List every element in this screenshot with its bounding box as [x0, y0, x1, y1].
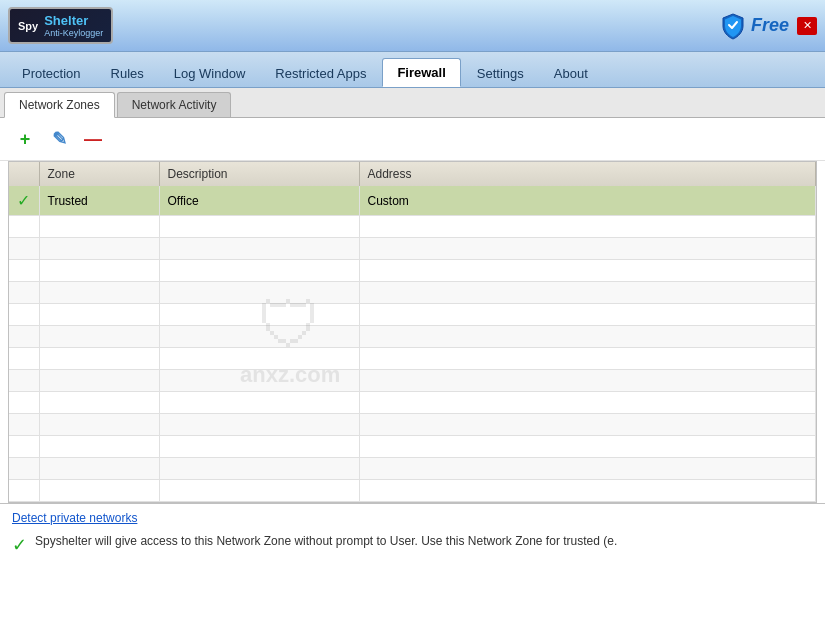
row-check-cell	[9, 326, 39, 348]
table-row[interactable]: ✓TrustedOfficeCustom	[9, 186, 816, 216]
row-check-cell	[9, 216, 39, 238]
logo-area: Spy Shelter Anti-Keylogger	[8, 7, 113, 44]
detect-private-networks-link[interactable]: Detect private networks	[12, 511, 137, 525]
row-description	[159, 216, 359, 238]
row-check-cell	[9, 480, 39, 502]
status-description: Spyshelter will give access to this Netw…	[35, 533, 617, 550]
row-description	[159, 260, 359, 282]
table-row[interactable]	[9, 436, 816, 458]
row-check-cell: ✓	[9, 186, 39, 216]
nav-about[interactable]: About	[540, 60, 602, 87]
row-zone	[39, 326, 159, 348]
row-zone	[39, 436, 159, 458]
add-button[interactable]: +	[12, 126, 38, 152]
row-zone	[39, 260, 159, 282]
table-row[interactable]	[9, 238, 816, 260]
row-description	[159, 392, 359, 414]
row-description	[159, 414, 359, 436]
row-zone	[39, 216, 159, 238]
tab-network-zones[interactable]: Network Zones	[4, 92, 115, 118]
row-address	[359, 304, 816, 326]
row-address	[359, 436, 816, 458]
row-description	[159, 370, 359, 392]
status-row: ✓ Spyshelter will give access to this Ne…	[12, 533, 813, 560]
row-zone	[39, 282, 159, 304]
row-address	[359, 370, 816, 392]
title-bar: Spy Shelter Anti-Keylogger Free	[0, 0, 825, 52]
row-address	[359, 480, 816, 502]
free-badge: Free	[721, 12, 789, 40]
row-description	[159, 436, 359, 458]
row-check-cell	[9, 348, 39, 370]
table-row[interactable]	[9, 480, 816, 502]
nav-settings[interactable]: Settings	[463, 60, 538, 87]
row-zone	[39, 304, 159, 326]
edit-button[interactable]: ✎	[46, 126, 72, 152]
row-address	[359, 326, 816, 348]
main-wrapper: Network Zones Network Activity + ✎ — 🛡 a…	[0, 88, 825, 566]
row-zone	[39, 348, 159, 370]
row-check-cell	[9, 392, 39, 414]
zones-table: Zone Description Address ✓TrustedOfficeC…	[9, 162, 816, 502]
logo-shelter: Shelter	[44, 13, 103, 28]
nav-rules[interactable]: Rules	[97, 60, 158, 87]
row-address	[359, 348, 816, 370]
table-row[interactable]	[9, 216, 816, 238]
col-header-check	[9, 162, 39, 186]
table-row[interactable]	[9, 414, 816, 436]
zones-table-container: Zone Description Address ✓TrustedOfficeC…	[8, 161, 817, 503]
row-address	[359, 238, 816, 260]
row-check-cell	[9, 238, 39, 260]
logo-box: Spy Shelter Anti-Keylogger	[8, 7, 113, 44]
row-zone	[39, 370, 159, 392]
row-address	[359, 216, 816, 238]
remove-button[interactable]: —	[80, 126, 106, 152]
col-header-address: Address	[359, 162, 816, 186]
main-content: Network Zones Network Activity + ✎ — 🛡 a…	[0, 88, 825, 630]
row-zone: Trusted	[39, 186, 159, 216]
col-header-description: Description	[159, 162, 359, 186]
table-row[interactable]	[9, 370, 816, 392]
table-header-row: Zone Description Address	[9, 162, 816, 186]
nav-log-window[interactable]: Log Window	[160, 60, 260, 87]
row-description: Office	[159, 186, 359, 216]
row-zone	[39, 414, 159, 436]
table-row[interactable]	[9, 304, 816, 326]
free-label: Free	[751, 15, 789, 36]
row-zone	[39, 458, 159, 480]
row-check-cell	[9, 436, 39, 458]
table-row[interactable]	[9, 348, 816, 370]
nav-firewall[interactable]: Firewall	[382, 58, 460, 87]
nav-protection[interactable]: Protection	[8, 60, 95, 87]
col-header-zone: Zone	[39, 162, 159, 186]
logo-spy: Spy	[18, 20, 38, 32]
table-row[interactable]	[9, 458, 816, 480]
row-description	[159, 304, 359, 326]
row-address: Custom	[359, 186, 816, 216]
row-check-cell	[9, 414, 39, 436]
table-body: ✓TrustedOfficeCustom	[9, 186, 816, 502]
table-row[interactable]	[9, 260, 816, 282]
table-row[interactable]	[9, 282, 816, 304]
row-check-cell	[9, 282, 39, 304]
table-row[interactable]	[9, 392, 816, 414]
logo-sub: Anti-Keylogger	[44, 28, 103, 38]
nav-restricted-apps[interactable]: Restricted Apps	[261, 60, 380, 87]
row-description	[159, 282, 359, 304]
row-zone	[39, 238, 159, 260]
row-description	[159, 480, 359, 502]
shield-icon	[721, 12, 745, 40]
title-right: Free	[721, 12, 817, 40]
bottom-section: Detect private networks ✓ Spyshelter wil…	[0, 503, 825, 566]
tab-bar: Network Zones Network Activity	[0, 88, 825, 118]
row-address	[359, 260, 816, 282]
tab-network-activity[interactable]: Network Activity	[117, 92, 232, 117]
nav-bar: Protection Rules Log Window Restricted A…	[0, 52, 825, 88]
row-address	[359, 282, 816, 304]
row-description	[159, 326, 359, 348]
close-button[interactable]	[797, 17, 817, 35]
table-row[interactable]	[9, 326, 816, 348]
row-check-cell	[9, 304, 39, 326]
row-check-cell	[9, 370, 39, 392]
row-address	[359, 392, 816, 414]
